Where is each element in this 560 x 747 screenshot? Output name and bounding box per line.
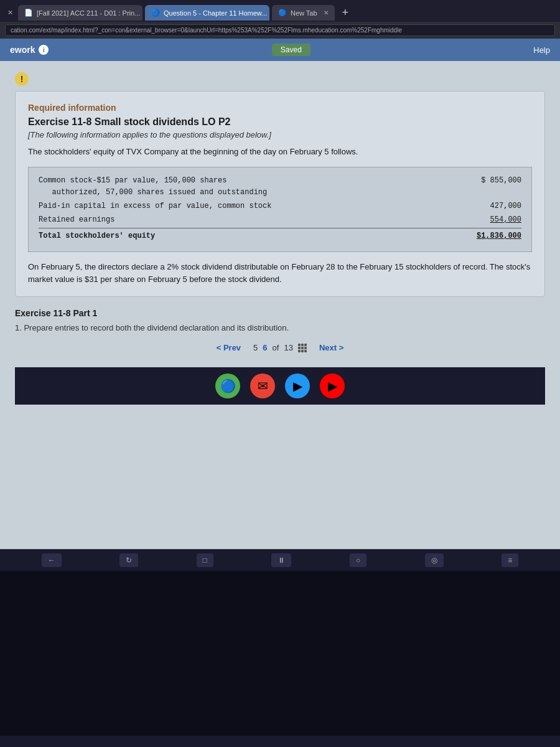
info-icon[interactable]: i	[39, 45, 49, 55]
alert-bar: !	[15, 71, 545, 86]
question-text: 1. Prepare entries to record both the di…	[15, 323, 545, 332]
address-bar[interactable]: cation.com/ext/map/index.html?_con=con&e…	[5, 24, 555, 36]
address-bar-row: cation.com/ext/map/index.html?_con=con&e…	[0, 22, 560, 39]
total-equity-label: Total stockholders' equity	[39, 230, 465, 242]
fin-row-total: Total stockholders' equity $1,836,000	[39, 228, 521, 242]
intro-text: The stockholders' equity of TVX Company …	[28, 146, 532, 158]
exclamation-icon: !	[15, 72, 29, 86]
exercise-part-title: Exercise 11-8 Part 1	[15, 308, 545, 318]
tab-fall2021[interactable]: 📄 [Fall 2021] ACC 211 - D01 : Prin... ✕	[18, 5, 142, 21]
tab-newtab-label: New Tab	[291, 9, 317, 17]
page-current-num: 6	[263, 343, 267, 352]
home-btn[interactable]: ◎	[425, 553, 444, 567]
menu-btn[interactable]: ≡	[502, 553, 518, 567]
tab-question5[interactable]: 🔵 Question 5 - Chapter 11 Homew... ✕	[145, 5, 269, 21]
browser-chrome: ✕ 📄 [Fall 2021] ACC 211 - D01 : Prin... …	[0, 0, 560, 39]
fin-row-paid-in: Paid-in capital in excess of par value, …	[39, 200, 521, 212]
grid-icon[interactable]	[298, 342, 307, 352]
tab-newtab-icon: 🔵	[278, 9, 287, 17]
paid-in-label: Paid-in capital in excess of par value, …	[39, 200, 465, 212]
tab-bar: ✕ 📄 [Fall 2021] ACC 211 - D01 : Prin... …	[0, 0, 560, 22]
exercise-part: Exercise 11-8 Part 1 1. Prepare entries …	[15, 308, 545, 332]
top-bar: ework i Saved Help	[0, 39, 560, 61]
gmail-icon[interactable]: ✉	[250, 374, 275, 398]
nav-row: < Prev 5 6 of 13 Next >	[15, 342, 545, 362]
pause-btn[interactable]: ⏸	[271, 553, 291, 567]
tab-newtab[interactable]: 🔵 New Tab ✕	[272, 5, 335, 21]
dark-bottom: ← ↻ □ ⏸ ○ ◎ ≡	[0, 549, 560, 736]
total-equity-value: $1,836,000	[465, 230, 521, 242]
page-total: 13	[284, 343, 292, 352]
circle-btn[interactable]: ○	[350, 553, 366, 567]
retained-earnings-label: Retained earnings	[39, 214, 465, 226]
taskbar-area: 🔵 ✉ ▶ ▶	[15, 367, 545, 405]
of-label: of	[273, 343, 279, 352]
exercise-title: Exercise 11-8 Small stock dividends LO P…	[28, 116, 532, 128]
tab-fall2021-label: [Fall 2021] ACC 211 - D01 : Prin...	[37, 9, 140, 17]
main-area: ! Required information Exercise 11-8 Sma…	[0, 61, 560, 415]
required-info-label: Required information	[28, 103, 532, 113]
financial-table: Common stock-$15 par value, 150,000 shar…	[28, 167, 532, 253]
tab-q5-icon: 🔵	[151, 9, 160, 17]
page-prev-num: 5	[253, 343, 258, 352]
common-stock-label: Common stock-$15 par value, 150,000 shar…	[39, 175, 465, 199]
page-indicator: 5 6 of 13	[253, 342, 307, 352]
common-stock-value: $ 855,000	[465, 175, 521, 199]
tab-doc-icon: 📄	[24, 9, 33, 17]
new-tab-button[interactable]: +	[337, 4, 354, 22]
fin-row-common-stock: Common stock-$15 par value, 150,000 shar…	[39, 175, 521, 199]
fin-row-retained: Retained earnings 554,000	[39, 214, 521, 226]
page-content: ework i Saved Help ! Required informatio…	[0, 39, 560, 549]
tab-question5-label: Question 5 - Chapter 11 Homew...	[164, 9, 267, 17]
feb-text: On February 5, the directors declare a 2…	[28, 261, 532, 285]
tab-newtab-close[interactable]: ✕	[324, 9, 329, 16]
prev-button[interactable]: < Prev	[217, 343, 241, 352]
chrome-icon[interactable]: 🔵	[215, 374, 240, 398]
system-taskbar: ← ↻ □ ⏸ ○ ◎ ≡	[0, 549, 560, 571]
paid-in-value: 427,000	[465, 200, 521, 212]
help-link[interactable]: Help	[533, 45, 550, 55]
square-btn[interactable]: □	[197, 553, 213, 567]
youtube-icon[interactable]: ▶	[320, 374, 345, 398]
next-button[interactable]: Next >	[319, 343, 343, 352]
tab-close-first[interactable]: ✕	[5, 7, 16, 18]
refresh-btn[interactable]: ↻	[119, 553, 138, 567]
ework-text: ework	[10, 45, 35, 55]
retained-earnings-value: 554,000	[465, 214, 521, 226]
content-box: Required information Exercise 11-8 Small…	[15, 91, 545, 297]
saved-badge: Saved	[272, 44, 310, 56]
italic-note: [The following information applies to th…	[28, 130, 532, 139]
ework-label: ework i	[10, 45, 49, 55]
media-icon[interactable]: ▶	[285, 374, 310, 398]
back-btn[interactable]: ←	[42, 553, 62, 567]
